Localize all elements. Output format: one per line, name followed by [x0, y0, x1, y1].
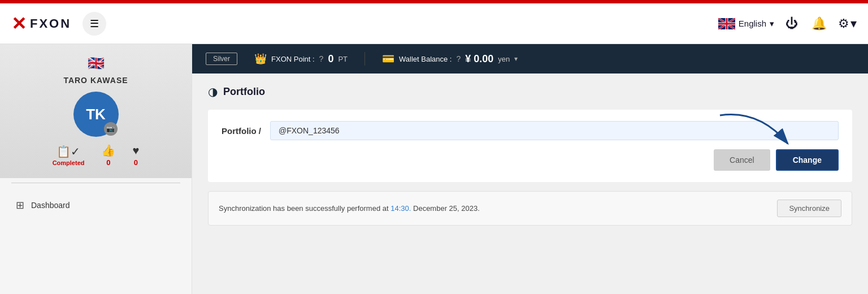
wallet-balance-value: ¥ 0.00 — [465, 53, 493, 65]
sidebar-item-dashboard[interactable]: ⊞ Dashboard — [11, 193, 180, 217]
profile-stats: 📋✓ Completed 👍 0 ♥ 0 — [53, 144, 140, 167]
heart-icon: ♥ — [132, 144, 139, 157]
info-bar: Silver 👑 FXON Point : ? 0 PT 💳 Wallet Ba… — [192, 44, 868, 74]
sidebar-profile: 🇬🇧 TARO KAWASE TK 📷 📋✓ Completed 👍 0 — [0, 44, 192, 178]
uk-flag-icon — [718, 18, 735, 29]
main-content: Silver 👑 FXON Point : ? 0 PT 💳 Wallet Ba… — [192, 44, 868, 294]
change-button[interactable]: Change — [776, 149, 839, 171]
crown-icon: 👑 — [254, 53, 267, 65]
page-title: Portfolio — [223, 86, 265, 98]
dashboard-icon: ⊞ — [16, 199, 24, 211]
camera-icon: 📷 — [106, 125, 115, 133]
synchronize-button[interactable]: Synchronize — [777, 200, 841, 217]
logo-text: FXON — [30, 16, 71, 31]
settings-button[interactable]: ⚙ ▾ — [838, 16, 857, 31]
page-header: ◑ Portfolio — [208, 85, 852, 98]
completed-label: Completed — [53, 159, 85, 166]
dashboard-label: Dashboard — [31, 201, 70, 210]
avatar-container: TK 📷 — [73, 92, 119, 137]
stat-completed: 📋✓ Completed — [53, 145, 85, 166]
fxon-point-question-icon[interactable]: ? — [319, 54, 324, 63]
portfolio-row: Portfolio / — [222, 121, 839, 140]
page-content: ◑ Portfolio Portfolio / — [192, 74, 868, 294]
navbar: ✕ FXON ☰ English ▾ ⏻ 🔔 ⚙ ▾ — [0, 3, 868, 44]
avatar-initials: TK — [86, 106, 106, 123]
silver-badge: Silver — [206, 53, 237, 65]
sync-time: 14:30. — [390, 204, 411, 213]
language-selector[interactable]: English ▾ — [718, 18, 774, 29]
points-unit: PT — [338, 55, 348, 63]
portfolio-label: Portfolio / — [222, 126, 261, 136]
portfolio-header-icon: ◑ — [208, 85, 218, 98]
logo-x-icon: ✕ — [11, 13, 27, 34]
profile-name: TARO KAWASE — [63, 76, 128, 85]
avatar-camera-button[interactable]: 📷 — [104, 122, 118, 136]
sidebar: 🇬🇧 TARO KAWASE TK 📷 📋✓ Completed 👍 0 — [0, 44, 192, 294]
bell-icon: 🔔 — [811, 16, 827, 31]
language-chevron-icon: ▾ — [770, 19, 774, 29]
info-divider — [364, 52, 365, 66]
settings-chevron-icon: ▾ — [850, 16, 857, 31]
sync-message: Synchronization has been successfully pe… — [219, 204, 480, 213]
wallet-question-icon[interactable]: ? — [456, 54, 461, 63]
sidebar-menu: ⊞ Dashboard — [0, 188, 192, 223]
points-value: 0 — [328, 53, 333, 65]
balance-unit: yen — [498, 55, 510, 63]
sync-message-text: Synchronization has been successfully pe… — [219, 204, 389, 213]
balance-chevron-icon: ▾ — [514, 55, 518, 63]
portfolio-form: Portfolio / Cancel Change — [208, 110, 852, 182]
favorites-count: 0 — [134, 158, 138, 167]
hamburger-icon: ☰ — [90, 18, 99, 30]
language-label: English — [739, 19, 766, 28]
sidebar-divider — [11, 183, 180, 183]
fxon-point-item: 👑 FXON Point : ? 0 PT — [254, 53, 348, 65]
portfolio-buttons: Cancel Change — [222, 149, 839, 171]
stat-favorites: ♥ 0 — [132, 144, 139, 167]
hamburger-button[interactable]: ☰ — [83, 12, 106, 36]
thumbs-up-icon: 👍 — [101, 144, 115, 157]
power-icon: ⏻ — [785, 16, 798, 31]
stat-likes: 👍 0 — [101, 144, 115, 167]
wallet-label: Wallet Balance : — [399, 55, 452, 63]
profile-flag-icon: 🇬🇧 — [88, 55, 105, 71]
main-layout: 🇬🇧 TARO KAWASE TK 📷 📋✓ Completed 👍 0 — [0, 44, 868, 294]
sync-section: Synchronization has been successfully pe… — [208, 191, 852, 226]
notifications-button[interactable]: 🔔 — [809, 14, 829, 33]
wallet-icon: 💳 — [382, 53, 394, 65]
cancel-button[interactable]: Cancel — [714, 149, 770, 171]
likes-count: 0 — [106, 158, 110, 167]
navbar-right: English ▾ ⏻ 🔔 ⚙ ▾ — [718, 14, 857, 33]
sync-date: December 25, 2023. — [413, 204, 480, 213]
completed-icon: 📋✓ — [57, 145, 80, 158]
logo: ✕ FXON — [11, 13, 71, 34]
portfolio-input[interactable] — [270, 121, 839, 140]
power-button[interactable]: ⏻ — [783, 14, 800, 33]
gear-icon: ⚙ — [838, 16, 849, 31]
wallet-item: 💳 Wallet Balance : ? ¥ 0.00 yen ▾ — [382, 53, 518, 65]
fxon-point-label: FXON Point : — [271, 55, 315, 63]
